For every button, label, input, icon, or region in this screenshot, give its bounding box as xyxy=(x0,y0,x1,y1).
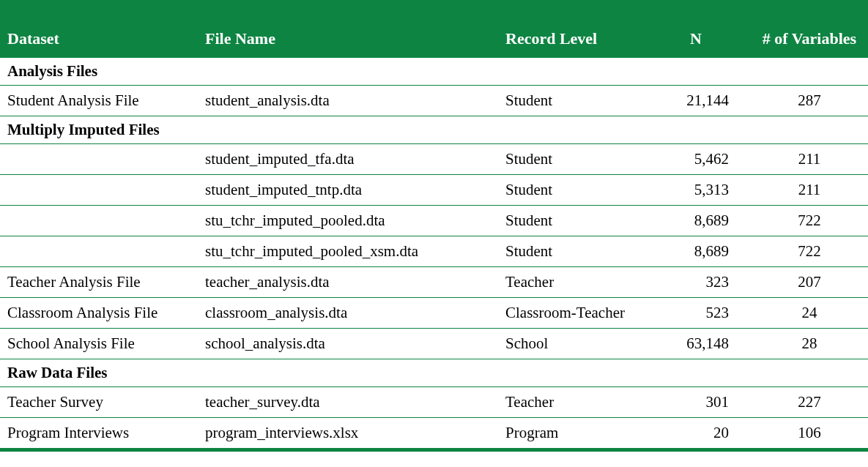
section-header: Multiply Imputed Files xyxy=(0,116,868,144)
cell-recordlevel: Teacher xyxy=(498,387,641,418)
cell-filename: student_imputed_tfa.dta xyxy=(198,144,498,175)
section-title: Analysis Files xyxy=(0,57,868,86)
table-row: School Analysis Fileschool_analysis.dtaS… xyxy=(0,329,868,359)
cell-n: 323 xyxy=(641,267,751,298)
cell-filename: teacher_survey.dta xyxy=(198,387,498,418)
cell-n: 5,462 xyxy=(641,144,751,175)
cell-recordlevel: Student xyxy=(498,206,641,236)
table-bottom-rule xyxy=(0,450,868,452)
cell-n: 20 xyxy=(641,418,751,450)
table-body: Analysis FilesStudent Analysis Filestude… xyxy=(0,57,868,450)
cell-vars: 28 xyxy=(751,329,868,359)
dataset-table: Dataset File Name Record Level N # of Va… xyxy=(0,0,868,452)
cell-n: 301 xyxy=(641,387,751,418)
cell-filename: teacher_analysis.dta xyxy=(198,267,498,298)
table-header-row: Dataset File Name Record Level N # of Va… xyxy=(0,0,868,57)
cell-dataset: Classroom Analysis File xyxy=(0,298,198,329)
cell-filename: program_interviews.xlsx xyxy=(198,418,498,450)
cell-recordlevel: Student xyxy=(498,236,641,267)
cell-recordlevel: Student xyxy=(498,144,641,175)
table-row: Teacher Analysis Fileteacher_analysis.dt… xyxy=(0,267,868,298)
cell-recordlevel: Student xyxy=(498,86,641,116)
cell-dataset xyxy=(0,144,198,175)
table-row: Program Interviewsprogram_interviews.xls… xyxy=(0,418,868,450)
cell-recordlevel: School xyxy=(498,329,641,359)
col-filename: File Name xyxy=(198,0,498,57)
section-title: Multiply Imputed Files xyxy=(0,116,868,144)
table-row: student_imputed_tfa.dtaStudent5,462211 xyxy=(0,144,868,175)
cell-n: 21,144 xyxy=(641,86,751,116)
cell-filename: school_analysis.dta xyxy=(198,329,498,359)
section-header: Raw Data Files xyxy=(0,359,868,387)
table-row: Student Analysis Filestudent_analysis.dt… xyxy=(0,86,868,116)
cell-dataset: Teacher Survey xyxy=(0,387,198,418)
cell-vars: 211 xyxy=(751,144,868,175)
col-n: N xyxy=(641,0,751,57)
cell-dataset: Teacher Analysis File xyxy=(0,267,198,298)
cell-dataset xyxy=(0,236,198,267)
cell-filename: student_analysis.dta xyxy=(198,86,498,116)
cell-vars: 207 xyxy=(751,267,868,298)
cell-dataset xyxy=(0,175,198,206)
cell-recordlevel: Student xyxy=(498,175,641,206)
cell-n: 523 xyxy=(641,298,751,329)
cell-n: 63,148 xyxy=(641,329,751,359)
section-header: Analysis Files xyxy=(0,57,868,86)
cell-vars: 287 xyxy=(751,86,868,116)
cell-recordlevel: Teacher xyxy=(498,267,641,298)
cell-vars: 722 xyxy=(751,236,868,267)
col-recordlevel: Record Level xyxy=(498,0,641,57)
cell-vars: 227 xyxy=(751,387,868,418)
cell-recordlevel: Program xyxy=(498,418,641,450)
cell-n: 8,689 xyxy=(641,206,751,236)
cell-dataset: Program Interviews xyxy=(0,418,198,450)
table-row: Teacher Surveyteacher_survey.dtaTeacher3… xyxy=(0,387,868,418)
cell-n: 8,689 xyxy=(641,236,751,267)
cell-vars: 722 xyxy=(751,206,868,236)
col-vars: # of Variables xyxy=(751,0,868,57)
cell-vars: 24 xyxy=(751,298,868,329)
table-row: Classroom Analysis Fileclassroom_analysi… xyxy=(0,298,868,329)
cell-filename: stu_tchr_imputed_pooled_xsm.dta xyxy=(198,236,498,267)
cell-recordlevel: Classroom-Teacher xyxy=(498,298,641,329)
table-row: stu_tchr_imputed_pooled_xsm.dtaStudent8,… xyxy=(0,236,868,267)
cell-n: 5,313 xyxy=(641,175,751,206)
cell-filename: student_imputed_tntp.dta xyxy=(198,175,498,206)
cell-dataset xyxy=(0,206,198,236)
cell-dataset: Student Analysis File xyxy=(0,86,198,116)
table-row: stu_tchr_imputed_pooled.dtaStudent8,6897… xyxy=(0,206,868,236)
cell-vars: 211 xyxy=(751,175,868,206)
table-row: student_imputed_tntp.dtaStudent5,313211 xyxy=(0,175,868,206)
col-dataset: Dataset xyxy=(0,0,198,57)
cell-filename: stu_tchr_imputed_pooled.dta xyxy=(198,206,498,236)
cell-vars: 106 xyxy=(751,418,868,450)
cell-dataset: School Analysis File xyxy=(0,329,198,359)
section-title: Raw Data Files xyxy=(0,359,868,387)
cell-filename: classroom_analysis.dta xyxy=(198,298,498,329)
